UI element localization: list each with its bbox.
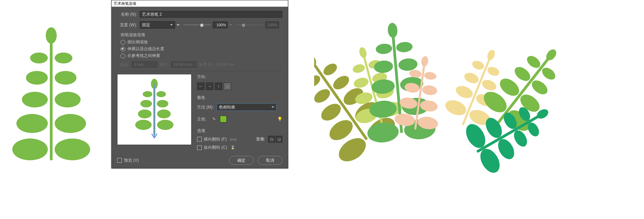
flip-v-label: 纵向翻转 (C) (204, 145, 227, 150)
scale-between-guides-label: 在参考线之间伸展 (127, 53, 160, 59)
svg-point-37 (396, 41, 413, 53)
svg-point-35 (387, 23, 398, 38)
tips-icon[interactable]: 💡 (277, 117, 282, 121)
pressure-pen-icon-2: ✒ (228, 22, 234, 28)
overlap-option-b[interactable]: ◲ (276, 136, 282, 143)
end-label: 终点: (160, 62, 168, 67)
eyedropper-icon[interactable]: ✎ (211, 116, 217, 122)
svg-point-18 (318, 100, 344, 124)
start-label: 起点: (121, 62, 129, 67)
width-slider-2 (236, 23, 263, 27)
scale-options-section: 画笔缩放选项 按比例缩放 伸展以适合描边长度 在参考线之间伸展 起点: 0 mm… (117, 32, 282, 68)
brush-preview (117, 74, 192, 145)
width-slider-1[interactable] (183, 23, 211, 27)
flip-h-label: 横向翻转 (F) (204, 136, 227, 142)
width-label: 宽度 (W): (117, 22, 137, 28)
svg-point-88 (143, 91, 152, 97)
pressure-pen-icon[interactable]: ✒ (175, 22, 181, 28)
name-label: 名称 (N): (117, 12, 137, 17)
direction-title: 方向: (197, 74, 282, 80)
method-label: 方法 (M): (197, 104, 214, 110)
flip-v-icon: ⌛ (230, 145, 235, 150)
svg-point-2 (30, 53, 48, 63)
svg-point-89 (156, 91, 166, 97)
divider (117, 71, 282, 71)
svg-point-60 (463, 71, 480, 85)
scale-stretch-radio[interactable]: 伸展以适合描边长度 (117, 46, 282, 52)
svg-point-26 (352, 63, 366, 74)
svg-point-39 (398, 58, 418, 72)
flip-h-icon: ▷◁ (230, 137, 236, 142)
overlap-option-a[interactable]: ◳ (268, 136, 275, 143)
svg-point-1 (46, 27, 57, 44)
flip-v-checkbox[interactable] (197, 145, 202, 150)
direction-down-button[interactable]: ↓ (224, 83, 231, 90)
svg-point-94 (135, 120, 152, 130)
direction-up-button[interactable]: ↑ (215, 83, 222, 90)
scale-stretch-label: 伸展以适合描边长度 (127, 46, 164, 52)
flip-h-checkbox[interactable] (197, 137, 202, 142)
direction-right-button[interactable]: → (206, 83, 213, 90)
svg-point-17 (331, 73, 352, 92)
name-input[interactable]: 艺术画笔 2 (140, 11, 282, 18)
preview-label: 预览 (V) (124, 158, 139, 163)
svg-point-4 (26, 71, 48, 85)
width-mode-combo[interactable]: 固定 (140, 21, 175, 29)
svg-point-25 (358, 46, 368, 59)
svg-point-48 (409, 69, 422, 78)
svg-point-9 (55, 114, 86, 133)
svg-point-15 (321, 61, 339, 77)
svg-point-93 (157, 110, 171, 118)
svg-point-57 (486, 49, 496, 61)
svg-point-51 (422, 85, 438, 96)
svg-point-3 (55, 53, 72, 63)
svg-point-36 (375, 43, 392, 55)
method-combo[interactable]: 色相转换 (216, 103, 277, 111)
svg-point-6 (22, 92, 48, 107)
svg-point-11 (55, 138, 90, 160)
svg-point-61 (480, 78, 498, 92)
length-label: 长度 (L): (199, 62, 213, 67)
svg-point-90 (140, 100, 152, 107)
svg-point-5 (55, 71, 76, 85)
width-pct-2: 100% (265, 21, 279, 28)
dialog-title: 艺术画笔选项 (112, 0, 288, 7)
svg-point-64 (443, 97, 468, 118)
svg-point-47 (421, 56, 429, 67)
direction-left-button[interactable]: ← (197, 83, 205, 90)
source-plant-illustration (7, 20, 96, 164)
key-color-label: 主色: (197, 116, 206, 122)
width-pct-1[interactable]: 100% (213, 21, 228, 28)
art-brush-options-dialog: 艺术画笔选项 名称 (N): 艺术画笔 2 宽度 (W): 固定 ✒ 100% … (111, 0, 288, 169)
scale-proportional-label: 按比例缩放 (127, 39, 148, 45)
result-plants-illustration (314, 14, 560, 184)
guides-disabled-row: 起点: 0 mm 终点: 16.933 mm 长度 (L): 16.933 mm (117, 61, 282, 68)
svg-rect-0 (50, 34, 53, 160)
svg-point-59 (486, 65, 501, 77)
start-value: 0 mm (132, 61, 157, 68)
colorization-title: 着色 (197, 95, 282, 101)
svg-point-91 (157, 100, 168, 107)
svg-point-10 (12, 138, 48, 160)
svg-point-62 (454, 84, 475, 100)
options-title: 选项 (197, 128, 282, 134)
svg-point-92 (138, 110, 152, 118)
length-value: 16.933 mm (216, 62, 235, 67)
svg-point-7 (55, 92, 81, 107)
key-color-swatch[interactable] (220, 116, 227, 122)
scale-proportional-radio[interactable]: 按比例缩放 (117, 39, 282, 45)
cancel-button[interactable]: 取消 (258, 156, 282, 165)
svg-point-95 (157, 120, 173, 130)
svg-point-16 (314, 86, 333, 105)
svg-point-58 (471, 59, 485, 71)
scale-options-title: 画笔缩放选项 (117, 32, 282, 38)
preview-checkbox[interactable] (117, 158, 122, 163)
scale-between-guides-radio[interactable]: 在参考线之间伸展 (117, 53, 282, 59)
svg-point-28 (353, 76, 370, 89)
end-value: 16.933 mm (171, 61, 196, 68)
ok-button[interactable]: 确定 (229, 156, 254, 165)
svg-point-49 (424, 71, 437, 81)
svg-point-8 (16, 114, 48, 133)
overlap-label: 重叠: (256, 136, 265, 142)
